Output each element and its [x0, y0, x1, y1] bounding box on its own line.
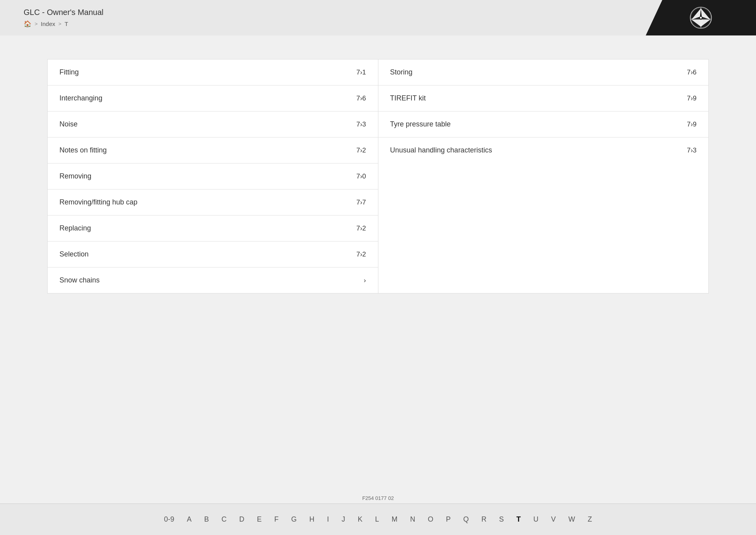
index-page: 7›2: [356, 225, 366, 232]
mercedes-logo: [646, 0, 756, 35]
alpha-nav-item[interactable]: J: [341, 514, 346, 525]
alpha-nav-item[interactable]: U: [533, 514, 539, 525]
alpha-nav-item[interactable]: O: [427, 514, 434, 525]
index-page: ›: [364, 277, 366, 284]
alpha-nav-item[interactable]: C: [220, 514, 227, 525]
alpha-nav-item[interactable]: G: [290, 514, 297, 525]
index-page: 7›2: [356, 147, 366, 154]
header-left: GLC - Owner's Manual 🏠 > Index > T: [0, 0, 646, 35]
alpha-nav-item[interactable]: V: [550, 514, 557, 525]
breadcrumb-current: T: [65, 20, 68, 27]
alpha-nav-item[interactable]: H: [308, 514, 315, 525]
left-index-row[interactable]: Removing 7›0: [48, 163, 378, 189]
alpha-nav-item[interactable]: D: [238, 514, 245, 525]
index-page: 7›7: [356, 199, 366, 206]
right-index-row[interactable]: Unusual handling characteristics 7›3: [378, 137, 709, 163]
index-page: 7›0: [356, 173, 366, 180]
index-page: 7›2: [356, 251, 366, 258]
index-label: Interchanging: [59, 94, 102, 102]
index-label: Tyre pressure table: [390, 120, 451, 128]
left-index-row[interactable]: Removing/fitting hub cap 7›7: [48, 189, 378, 215]
index-label: Removing: [59, 172, 91, 180]
index-page: 7›3: [356, 121, 366, 128]
index-page: 7›1: [356, 69, 366, 76]
index-label: Storing: [390, 68, 413, 76]
right-index-row[interactable]: Storing 7›6: [378, 59, 709, 85]
breadcrumb: 🏠 > Index > T: [24, 20, 622, 28]
breadcrumb-sep-2: >: [58, 21, 61, 27]
main-content: Fitting 7›1 Interchanging 7›6 Noise 7›3 …: [0, 35, 756, 317]
right-index-row[interactable]: TIREFIT kit 7›9: [378, 85, 709, 111]
alpha-nav-item[interactable]: 0-9: [163, 514, 175, 525]
index-label: Notes on fitting: [59, 146, 107, 154]
alpha-nav-item[interactable]: A: [186, 514, 192, 525]
left-index-row[interactable]: Interchanging 7›6: [48, 85, 378, 111]
manual-title: GLC - Owner's Manual: [24, 8, 622, 17]
alpha-nav: 0-9ABCDEFGHIJKLMNOPQRSTUVWZ: [163, 514, 593, 525]
svg-marker-4: [691, 20, 710, 27]
index-label: Noise: [59, 120, 78, 128]
index-label: Selection: [59, 250, 89, 258]
alpha-nav-item[interactable]: L: [374, 514, 380, 525]
right-index-row[interactable]: Tyre pressure table 7›9: [378, 111, 709, 137]
alpha-nav-item[interactable]: M: [391, 514, 398, 525]
left-index-row[interactable]: Replacing 7›2: [48, 215, 378, 241]
index-page: 7›3: [687, 147, 697, 154]
left-index-row[interactable]: Snow chains ›: [48, 268, 378, 293]
right-column: Storing 7›6 TIREFIT kit 7›9 Tyre pressur…: [378, 59, 709, 294]
bottom-nav: 0-9ABCDEFGHIJKLMNOPQRSTUVWZ: [0, 503, 756, 535]
alpha-nav-item[interactable]: T: [516, 514, 522, 525]
svg-point-6: [700, 17, 702, 19]
alpha-nav-item[interactable]: W: [568, 514, 576, 525]
left-column: Fitting 7›1 Interchanging 7›6 Noise 7›3 …: [47, 59, 378, 294]
alpha-nav-item[interactable]: K: [357, 514, 363, 525]
alpha-nav-item[interactable]: N: [410, 514, 416, 525]
mercedes-star-icon: [689, 6, 713, 30]
index-page: 7›6: [687, 69, 697, 76]
alpha-nav-item[interactable]: P: [445, 514, 452, 525]
index-label: Fitting: [59, 68, 79, 76]
index-label: Removing/fitting hub cap: [59, 198, 137, 206]
home-icon[interactable]: 🏠: [24, 20, 32, 28]
index-label: Replacing: [59, 224, 91, 232]
svg-marker-2: [701, 8, 710, 20]
index-label: Unusual handling characteristics: [390, 146, 492, 154]
index-page: 7›9: [687, 121, 697, 128]
index-page: 7›6: [356, 95, 366, 102]
alpha-nav-item[interactable]: S: [498, 514, 505, 525]
left-index-row[interactable]: Fitting 7›1: [48, 59, 378, 85]
left-index-row[interactable]: Selection 7›2: [48, 241, 378, 268]
left-index-row[interactable]: Noise 7›3: [48, 111, 378, 137]
footer-doc-id: F254 0177 02: [0, 494, 756, 503]
svg-marker-3: [691, 8, 701, 20]
index-label: TIREFIT kit: [390, 94, 426, 102]
alpha-nav-item[interactable]: I: [326, 514, 330, 525]
alpha-nav-item[interactable]: Q: [463, 514, 470, 525]
header: GLC - Owner's Manual 🏠 > Index > T: [0, 0, 756, 35]
breadcrumb-sep-1: >: [35, 21, 38, 27]
index-label: Snow chains: [59, 276, 100, 284]
alpha-nav-item[interactable]: Z: [587, 514, 593, 525]
breadcrumb-index[interactable]: Index: [41, 20, 56, 27]
alpha-nav-item[interactable]: E: [256, 514, 262, 525]
left-index-row[interactable]: Notes on fitting 7›2: [48, 137, 378, 163]
alpha-nav-item[interactable]: R: [481, 514, 487, 525]
alpha-nav-item[interactable]: F: [273, 514, 279, 525]
alpha-nav-item[interactable]: B: [203, 514, 209, 525]
index-page: 7›9: [687, 95, 697, 102]
index-table: Fitting 7›1 Interchanging 7›6 Noise 7›3 …: [47, 59, 709, 294]
